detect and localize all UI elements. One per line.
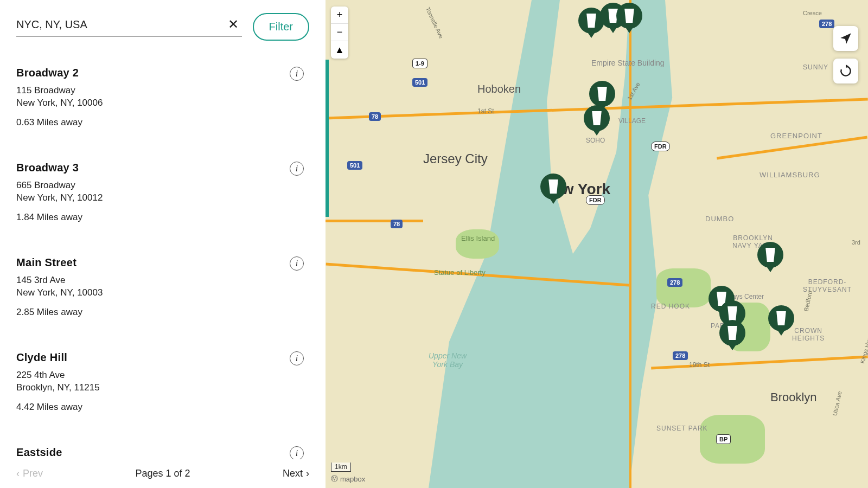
location-arrow-icon bbox=[839, 31, 853, 46]
marker-pin-icon bbox=[768, 305, 794, 331]
map-label-village: VILLAGE bbox=[618, 117, 646, 125]
clear-search-button[interactable]: ✕ bbox=[225, 17, 242, 32]
store-marker[interactable] bbox=[768, 305, 794, 337]
info-icon: i bbox=[296, 354, 298, 363]
search-row: ✕ Filter bbox=[16, 13, 309, 41]
info-icon: i bbox=[296, 164, 298, 174]
prev-page-button[interactable]: ‹ Prev bbox=[16, 468, 43, 479]
store-marker[interactable] bbox=[616, 3, 642, 34]
search-input[interactable] bbox=[16, 18, 225, 31]
highway-shield-icon: 1-9 bbox=[412, 59, 427, 68]
mapbox-logo-icon: Ⓜ bbox=[331, 474, 338, 484]
map-label-statue: Statue of Liberty bbox=[434, 268, 486, 277]
filter-button[interactable]: Filter bbox=[253, 13, 309, 41]
cup-icon bbox=[726, 326, 738, 340]
zoom-controls: + − ▲ bbox=[331, 7, 348, 59]
store-marker[interactable] bbox=[584, 105, 610, 137]
highway-shield-icon: 501 bbox=[412, 78, 427, 87]
location-address: 225 4th AveBrooklyn, NY, 11215 bbox=[16, 369, 309, 394]
info-icon: i bbox=[296, 448, 298, 458]
next-page-button[interactable]: Next › bbox=[283, 468, 309, 479]
map-label-sunnyside: SUNNY bbox=[803, 63, 828, 71]
location-info-button[interactable]: i bbox=[290, 67, 304, 81]
location-distance: 0.63 Miles away bbox=[16, 117, 309, 128]
location-address: 115 BroadwayNew York, NY, 10006 bbox=[16, 85, 309, 110]
map-background bbox=[326, 0, 868, 488]
cup-icon bbox=[764, 248, 776, 262]
store-marker[interactable] bbox=[719, 320, 745, 351]
minus-icon: − bbox=[337, 27, 343, 38]
map-label-soho: SOHO bbox=[586, 137, 605, 144]
plus-icon: + bbox=[337, 9, 343, 21]
chevron-left-icon: ‹ bbox=[16, 468, 20, 479]
locate-me-button[interactable] bbox=[833, 26, 858, 51]
highway-shield-icon: FDR bbox=[586, 195, 605, 205]
marker-pin-icon bbox=[616, 3, 642, 29]
page-status: Pages 1 of 2 bbox=[135, 468, 190, 479]
map-label-williamsburg: WILLIAMSBURG bbox=[760, 171, 820, 179]
map-label-brooklyn: Brooklyn bbox=[770, 390, 817, 404]
map-label-dumbo: DUMBO bbox=[705, 215, 734, 223]
location-info-button[interactable]: i bbox=[290, 256, 304, 271]
marker-pin-icon bbox=[757, 242, 783, 268]
prev-label: Prev bbox=[23, 468, 43, 479]
marker-pin-icon bbox=[589, 81, 615, 107]
location-address: 145 3rd AveNew York, NY, 10003 bbox=[16, 274, 309, 299]
location-item[interactable]: Clyde Hill225 4th AveBrooklyn, NY, 11215… bbox=[16, 342, 309, 436]
map-label-jerseycity: Jersey City bbox=[423, 151, 488, 166]
map-label-empire: Empire State Building bbox=[591, 59, 665, 67]
location-item[interactable]: Eastside325 Lafayette AveBrooklyn, NY, 1… bbox=[16, 436, 309, 460]
compass-icon: ▲ bbox=[335, 44, 344, 56]
map-canvas[interactable]: Hoboken Jersey City New York Empire Stat… bbox=[326, 0, 868, 488]
cup-icon bbox=[547, 179, 559, 194]
map-label-sunset: SUNSET PARK bbox=[656, 425, 708, 432]
location-name: Broadway 2 bbox=[16, 67, 309, 79]
zoom-out-button[interactable]: − bbox=[331, 24, 348, 41]
cup-icon bbox=[585, 14, 597, 28]
location-item[interactable]: Broadway 3665 BroadwayNew York, NY, 1001… bbox=[16, 152, 309, 247]
map-label-greenpoint: GREENPOINT bbox=[770, 132, 822, 140]
chevron-right-icon: › bbox=[306, 468, 309, 479]
map-label-hoboken: Hoboken bbox=[477, 83, 521, 95]
reset-bearing-button[interactable]: ▲ bbox=[331, 41, 348, 59]
map-label-street: 19th St bbox=[689, 361, 710, 369]
refresh-icon bbox=[839, 64, 853, 78]
map-label-street: Cresce bbox=[803, 10, 822, 16]
cup-icon bbox=[591, 111, 603, 125]
location-info-button[interactable]: i bbox=[290, 162, 304, 176]
store-marker[interactable] bbox=[540, 174, 566, 205]
highway-shield-icon: 78 bbox=[369, 112, 381, 121]
location-distance: 4.42 Miles away bbox=[16, 402, 309, 413]
cup-icon bbox=[726, 306, 738, 320]
highway-shield-icon: 501 bbox=[347, 161, 362, 170]
location-address: 665 BroadwayNew York, NY, 10012 bbox=[16, 179, 309, 204]
pagination: ‹ Prev Pages 1 of 2 Next › bbox=[16, 459, 309, 488]
close-icon: ✕ bbox=[228, 17, 239, 31]
highway-shield-icon: BP bbox=[716, 434, 731, 444]
search-field-wrap: ✕ bbox=[16, 17, 242, 37]
location-name: Clyde Hill bbox=[16, 351, 309, 364]
map-label-street: 1st St bbox=[477, 107, 494, 115]
location-list: Broadway 2115 BroadwayNew York, NY, 1000… bbox=[16, 57, 309, 459]
map-label-redhook: RED HOOK bbox=[651, 303, 690, 310]
location-info-button[interactable]: i bbox=[290, 351, 304, 365]
list-scroll-indicator bbox=[326, 60, 329, 217]
highway-shield-icon: 78 bbox=[391, 220, 403, 228]
marker-pin-icon bbox=[584, 105, 610, 131]
refresh-map-button[interactable] bbox=[833, 59, 858, 84]
next-label: Next bbox=[283, 468, 303, 479]
cup-icon bbox=[775, 311, 787, 325]
map-label-barclays: ays Center bbox=[732, 293, 764, 300]
map-label-street: 3rd bbox=[852, 239, 860, 246]
location-info-button[interactable]: i bbox=[290, 446, 304, 460]
store-marker[interactable] bbox=[757, 242, 783, 273]
location-name: Eastside bbox=[16, 446, 309, 459]
location-name: Broadway 3 bbox=[16, 162, 309, 174]
zoom-in-button[interactable]: + bbox=[331, 7, 348, 24]
location-distance: 2.85 Miles away bbox=[16, 307, 309, 318]
info-icon: i bbox=[296, 69, 298, 79]
info-icon: i bbox=[296, 259, 298, 268]
map-attribution: Ⓜ mapbox bbox=[331, 474, 365, 484]
location-item[interactable]: Broadway 2115 BroadwayNew York, NY, 1000… bbox=[16, 57, 309, 152]
location-item[interactable]: Main Street145 3rd AveNew York, NY, 1000… bbox=[16, 247, 309, 342]
